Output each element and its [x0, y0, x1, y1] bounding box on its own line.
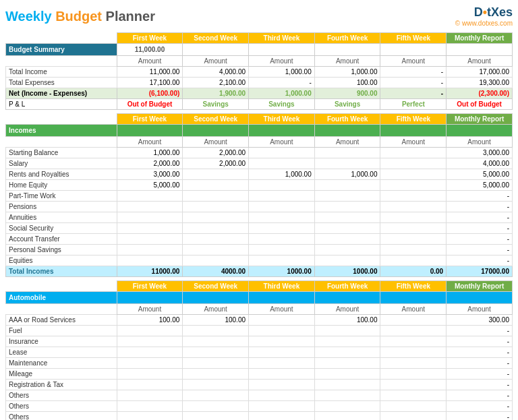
- summary-amount-label-spacer: [6, 56, 117, 67]
- total-income-wm: 17,000.00: [447, 67, 513, 78]
- auto-amount-h5: Amount: [380, 304, 447, 315]
- auto-week5-header: Fifth Week: [380, 281, 447, 292]
- maintenance-w5: [380, 358, 447, 369]
- total-income-w5: -: [380, 67, 447, 78]
- equities-w5: [380, 256, 447, 266]
- summary-amount-w2: [183, 44, 249, 56]
- lease-w1: [117, 347, 183, 358]
- auto-week1-header: First Week: [117, 281, 183, 292]
- account-transfer-wm: -: [447, 234, 513, 245]
- salary-w1: 2,000.00: [117, 158, 183, 169]
- fuel-w3: [249, 326, 315, 336]
- account-transfer-w1: [117, 234, 183, 245]
- logo: D•tXes: [455, 5, 513, 20]
- incomes-monthly-header: Monthly Report: [447, 114, 513, 125]
- mileage-w3: [249, 369, 315, 380]
- auto-others2-label: Others: [6, 401, 117, 412]
- title-planner: Planner: [102, 9, 155, 24]
- auto-others2-w3: [249, 401, 315, 412]
- maintenance-w1: [117, 358, 183, 369]
- pl-w4: Savings: [314, 99, 380, 110]
- personal-savings-label: Personal Savings: [6, 245, 117, 256]
- aaa-w3: [249, 315, 315, 326]
- website-url: © www.dotxes.com: [455, 20, 513, 27]
- net-row: Net (Income - Expenses) (6,100.00) 1,900…: [6, 88, 513, 99]
- personal-savings-row: Personal Savings -: [6, 245, 513, 256]
- summary-amount-h3: Amount: [249, 56, 315, 67]
- equities-w4: [314, 256, 380, 266]
- equities-w3: [249, 256, 315, 266]
- rents-w2: [183, 169, 249, 180]
- insurance-w4: [314, 336, 380, 347]
- auto-section-title-row: Automobile: [6, 292, 513, 304]
- rents-w1: 3,000.00: [117, 169, 183, 180]
- starting-balance-w5: [380, 148, 447, 158]
- auto-amount-header-row: Amount Amount Amount Amount Amount Amoun…: [6, 304, 513, 315]
- summary-label-spacer: [6, 33, 117, 44]
- salary-w3: [249, 158, 315, 169]
- social-security-w4: [314, 223, 380, 234]
- rents-w3: 1,000.00: [249, 169, 315, 180]
- starting-balance-w2: 2,000.00: [183, 148, 249, 158]
- incomes-section-title: Incomes: [6, 125, 117, 137]
- auto-others2-w4: [314, 401, 380, 412]
- insurance-label: Insurance: [6, 336, 117, 347]
- title-budget: Budget: [52, 9, 102, 24]
- aaa-w4: 100.00: [314, 315, 380, 326]
- auto-others3-w2: [183, 412, 249, 421]
- auto-st-wm: [447, 292, 513, 304]
- pl-row: P & L Out of Budget Savings Savings Savi…: [6, 99, 513, 110]
- home-equity-wm: 5,000.00: [447, 180, 513, 191]
- rents-w5: [380, 169, 447, 180]
- summary-amount-w4: [314, 44, 380, 56]
- social-security-label: Social Security: [6, 223, 117, 234]
- auto-others2-w1: [117, 401, 183, 412]
- personal-savings-w3: [249, 245, 315, 256]
- auto-others1-w1: [117, 390, 183, 401]
- summary-week1-header: First Week: [117, 33, 183, 44]
- mileage-label: Mileage: [6, 369, 117, 380]
- summary-amount-h1: Amount: [117, 56, 183, 67]
- salary-wm: 4,000.00: [447, 158, 513, 169]
- insurance-wm: -: [447, 336, 513, 347]
- spreadsheet: First Week Second Week Third Week Fourth…: [5, 32, 513, 420]
- aaa-w1: 100.00: [117, 315, 183, 326]
- total-income-w3: 1,000.00: [249, 67, 315, 78]
- social-security-row: Social Security -: [6, 223, 513, 234]
- registration-row: Registration & Tax -: [6, 380, 513, 390]
- auto-amount-h1: Amount: [117, 304, 183, 315]
- auto-others3-w1: [117, 412, 183, 421]
- aaa-wm: 300.00: [447, 315, 513, 326]
- part-time-w5: [380, 191, 447, 202]
- auto-amount-spacer: [6, 304, 117, 315]
- part-time-row: Part-Time Work -: [6, 191, 513, 202]
- pl-label: P & L: [6, 99, 117, 110]
- incomes-amount-h2: Amount: [183, 137, 249, 148]
- insurance-w5: [380, 336, 447, 347]
- pl-w1: Out of Budget: [117, 99, 183, 110]
- personal-savings-w2: [183, 245, 249, 256]
- title-weekly: Weekly: [5, 9, 52, 24]
- starting-balance-row: Starting Balance 1,000.00 2,000.00 3,000…: [6, 148, 513, 158]
- account-transfer-w4: [314, 234, 380, 245]
- auto-amount-hm: Amount: [447, 304, 513, 315]
- social-security-wm: -: [447, 223, 513, 234]
- auto-st-w4: [314, 292, 380, 304]
- auto-others3-wm: -: [447, 412, 513, 421]
- page-title: Weekly Budget Planner: [5, 9, 155, 24]
- net-w3: 1,000.00: [249, 88, 315, 99]
- personal-savings-wm: -: [447, 245, 513, 256]
- incomes-label-spacer: [6, 114, 117, 125]
- incomes-amount-h5: Amount: [380, 137, 447, 148]
- lease-w3: [249, 347, 315, 358]
- mileage-row: Mileage -: [6, 369, 513, 380]
- auto-others1-w4: [314, 390, 380, 401]
- maintenance-w2: [183, 358, 249, 369]
- starting-balance-w3: [249, 148, 315, 158]
- incomes-amount-hm: Amount: [447, 137, 513, 148]
- home-equity-row: Home Equity 5,000.00 5,000.00: [6, 180, 513, 191]
- auto-section-title: Automobile: [6, 292, 117, 304]
- auto-amount-h4: Amount: [314, 304, 380, 315]
- summary-monthly-header: Monthly Report: [447, 33, 513, 44]
- incomes-st-w5: [380, 125, 447, 137]
